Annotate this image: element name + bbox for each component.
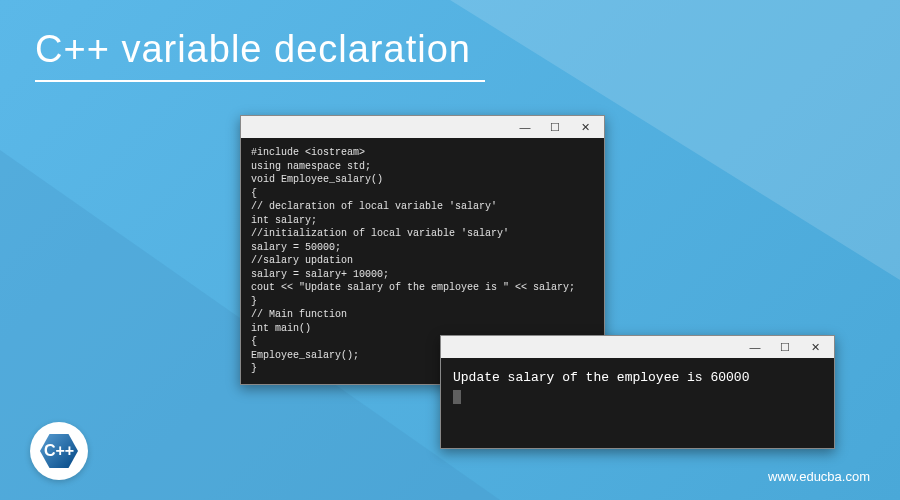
code-line: int main() xyxy=(251,322,594,336)
cpp-logo-badge: C++ xyxy=(30,422,88,480)
window-titlebar: — ☐ ✕ xyxy=(241,116,604,138)
code-line: int salary; xyxy=(251,214,594,228)
maximize-button[interactable]: ☐ xyxy=(540,117,570,137)
page-title: C++ variable declaration xyxy=(35,28,471,71)
window-titlebar: — ☐ ✕ xyxy=(441,336,834,358)
code-line: salary = salary+ 10000; xyxy=(251,268,594,282)
code-line: salary = 50000; xyxy=(251,241,594,255)
code-line: } xyxy=(251,295,594,309)
code-line: #include <iostream> xyxy=(251,146,594,160)
code-line: //initialization of local variable 'sala… xyxy=(251,227,594,241)
code-line: { xyxy=(251,187,594,201)
minimize-button[interactable]: — xyxy=(740,337,770,357)
cursor-icon xyxy=(453,390,461,404)
code-line: //salary updation xyxy=(251,254,594,268)
title-underline xyxy=(35,80,485,82)
console-output-window: — ☐ ✕ Update salary of the employee is 6… xyxy=(440,335,835,449)
maximize-button[interactable]: ☐ xyxy=(770,337,800,357)
console-output-line: Update salary of the employee is 60000 xyxy=(453,368,822,388)
logo-text: C++ xyxy=(44,442,74,460)
code-line: cout << "Update salary of the employee i… xyxy=(251,281,594,295)
cpp-hex-icon: C++ xyxy=(40,432,78,470)
code-line: // Main function xyxy=(251,308,594,322)
footer-url: www.educba.com xyxy=(768,469,870,484)
close-button[interactable]: ✕ xyxy=(800,337,830,357)
code-line: // declaration of local variable 'salary… xyxy=(251,200,594,214)
code-line: using namespace std; xyxy=(251,160,594,174)
minimize-button[interactable]: — xyxy=(510,117,540,137)
console-body: Update salary of the employee is 60000 xyxy=(441,358,834,448)
close-button[interactable]: ✕ xyxy=(570,117,600,137)
code-line: void Employee_salary() xyxy=(251,173,594,187)
